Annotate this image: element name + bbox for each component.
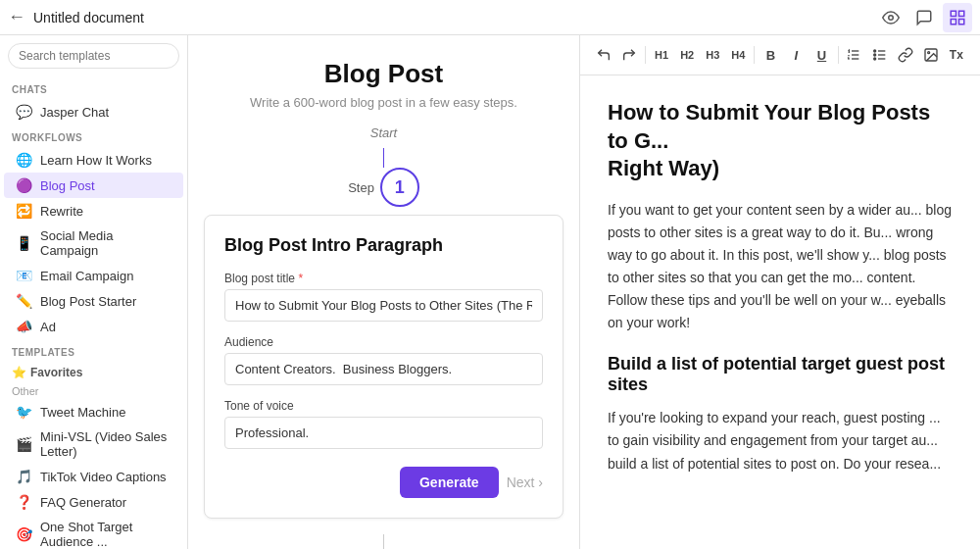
- favorites-label: ⭐ Favorites: [0, 362, 187, 383]
- step2-indicator: Step 2: [188, 534, 579, 549]
- layout-icon-button[interactable]: [943, 3, 972, 32]
- chat-icon: 💬: [16, 104, 32, 120]
- faq-icon: ❓: [16, 494, 32, 510]
- svg-rect-4: [959, 19, 964, 24]
- email-icon: 📧: [16, 268, 32, 283]
- other-label: Other: [0, 383, 187, 399]
- svg-rect-3: [951, 19, 956, 24]
- editor-toolbar: H1 H2 H3 H4 B I U Tx: [580, 35, 980, 75]
- audience-label: Audience: [224, 335, 543, 349]
- svg-point-0: [889, 15, 894, 20]
- top-nav: ← Untitled document: [0, 0, 980, 35]
- link-button[interactable]: [894, 41, 917, 69]
- sidebar-item-rewrite[interactable]: 🔁 Rewrite: [4, 198, 183, 224]
- sidebar: CHATS 💬 Jasper Chat WORKFLOWS 🌐 Learn Ho…: [0, 35, 188, 549]
- chats-section-title: CHATS: [0, 76, 187, 99]
- step-line-1: [383, 148, 384, 168]
- jasper-chat-label: Jasper Chat: [40, 105, 109, 120]
- sidebar-item-social-media[interactable]: 📱 Social Media Campaign: [4, 224, 183, 263]
- sidebar-item-one-shot[interactable]: 🎯 One Shot Target Audience ...: [4, 515, 183, 549]
- social-icon: 📱: [16, 235, 32, 251]
- tweet-icon: 🐦: [16, 404, 32, 420]
- workflow-subtitle: Write a 600-word blog post in a few easy…: [212, 95, 556, 110]
- tone-input[interactable]: [224, 417, 543, 449]
- search-container: [0, 35, 187, 76]
- next-button[interactable]: Next ›: [507, 474, 543, 490]
- underline-button[interactable]: U: [809, 41, 833, 69]
- card-title: Blog Post Intro Paragraph: [224, 235, 543, 256]
- step1-label: Step: [348, 180, 374, 195]
- step1-circle: 1: [380, 168, 419, 207]
- editor-panel: H1 H2 H3 H4 B I U Tx How to Submit: [580, 35, 980, 549]
- blog-starter-icon: ✏️: [16, 293, 32, 309]
- nav-icons: [876, 3, 972, 32]
- step-start-label: Start: [188, 125, 579, 140]
- step1-card: Blog Post Intro Paragraph Blog post titl…: [204, 215, 564, 519]
- italic-button[interactable]: I: [784, 41, 808, 69]
- comment-icon-button[interactable]: [909, 3, 939, 32]
- sidebar-item-email-campaign[interactable]: 📧 Email Campaign: [4, 263, 183, 288]
- bold-button[interactable]: B: [759, 41, 782, 69]
- templates-section-title: TEMPLATES: [0, 339, 187, 362]
- h1-button[interactable]: H1: [650, 41, 673, 69]
- sidebar-item-tiktok[interactable]: 🎵 TikTok Video Captions: [4, 464, 183, 489]
- workflows-section-title: WORKFLOWS: [0, 125, 187, 147]
- undo-button[interactable]: [592, 41, 615, 69]
- toolbar-divider-3: [838, 46, 839, 64]
- editor-main-heading: How to Submit Your Blog Posts to G...Rig…: [608, 99, 953, 183]
- eye-icon-button[interactable]: [876, 3, 906, 32]
- editor-subheading-1: Build a list of potential target guest p…: [608, 354, 953, 395]
- vsl-icon: 🎬: [16, 436, 32, 452]
- redo-button[interactable]: [617, 41, 641, 69]
- sidebar-item-blog-post[interactable]: 🟣 Blog Post: [4, 173, 183, 198]
- toolbar-divider-1: [645, 46, 646, 64]
- sidebar-item-jasper-chat[interactable]: 💬 Jasper Chat: [4, 99, 183, 125]
- card-actions: Generate Next ›: [224, 467, 543, 498]
- clear-format-button[interactable]: Tx: [945, 41, 968, 69]
- svg-point-16: [927, 52, 929, 54]
- blog-post-icon: 🟣: [16, 177, 32, 193]
- h2-button[interactable]: H2: [675, 41, 699, 69]
- sidebar-item-ad[interactable]: 📣 Ad: [4, 314, 183, 339]
- search-input[interactable]: [8, 43, 179, 69]
- svg-point-13: [873, 54, 875, 56]
- toolbar-divider-2: [754, 46, 755, 64]
- sidebar-item-learn-how[interactable]: 🌐 Learn How It Works: [4, 147, 183, 173]
- editor-paragraph-2: If you're looking to expand your reach, …: [608, 407, 953, 474]
- learn-icon: 🌐: [16, 152, 32, 168]
- svg-rect-2: [959, 11, 964, 16]
- sidebar-item-mini-vsl[interactable]: 🎬 Mini-VSL (Video Sales Letter): [4, 424, 183, 464]
- blog-title-input[interactable]: [224, 289, 543, 322]
- svg-point-14: [873, 58, 875, 60]
- h3-button[interactable]: H3: [701, 41, 724, 69]
- star-icon: ⭐: [12, 366, 26, 379]
- blog-title-label: Blog post title *: [224, 272, 543, 285]
- sidebar-item-faq[interactable]: ❓ FAQ Generator: [4, 489, 183, 515]
- main-layout: CHATS 💬 Jasper Chat WORKFLOWS 🌐 Learn Ho…: [0, 35, 980, 549]
- ad-icon: 📣: [16, 319, 32, 334]
- ordered-list-button[interactable]: [842, 41, 865, 69]
- svg-rect-1: [951, 11, 956, 16]
- workflow-title: Blog Post: [212, 59, 556, 89]
- sidebar-item-tweet-machine[interactable]: 🐦 Tweet Machine: [4, 399, 183, 424]
- required-indicator: *: [298, 272, 303, 285]
- center-panel: Blog Post Write a 600-word blog post in …: [188, 35, 580, 549]
- editor-paragraph-1: If you want to get your content seen by …: [608, 199, 953, 335]
- image-button[interactable]: [919, 41, 943, 69]
- tiktok-icon: 🎵: [16, 469, 32, 484]
- step2-line: [383, 534, 384, 549]
- audience-input[interactable]: [224, 353, 543, 385]
- target-icon: 🎯: [16, 526, 32, 542]
- sidebar-item-blog-starter[interactable]: ✏️ Blog Post Starter: [4, 288, 183, 314]
- workflow-header: Blog Post Write a 600-word blog post in …: [188, 35, 579, 110]
- doc-title: Untitled document: [33, 10, 868, 25]
- bullet-list-button[interactable]: [868, 41, 892, 69]
- generate-button[interactable]: Generate: [400, 467, 499, 498]
- step2-area: Step 2: [188, 534, 579, 549]
- editor-content: How to Submit Your Blog Posts to G...Rig…: [580, 75, 980, 549]
- rewrite-icon: 🔁: [16, 203, 32, 219]
- svg-point-12: [873, 50, 875, 52]
- tone-label: Tone of voice: [224, 399, 543, 413]
- h4-button[interactable]: H4: [726, 41, 750, 69]
- back-button[interactable]: ←: [8, 7, 25, 27]
